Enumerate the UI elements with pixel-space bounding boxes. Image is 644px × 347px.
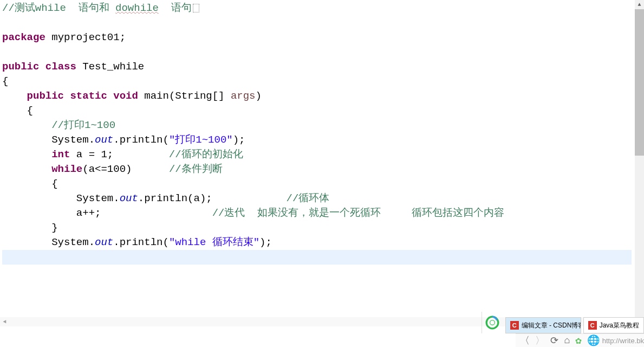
empty-line bbox=[2, 16, 632, 30]
scrollbar-thumb[interactable] bbox=[635, 9, 644, 156]
system-out: System. bbox=[2, 236, 95, 248]
keyword-void: void bbox=[107, 90, 138, 102]
scroll-up-arrow-icon[interactable]: ▲ bbox=[635, 0, 644, 9]
back-button-icon[interactable]: 〈 bbox=[520, 334, 530, 347]
while-cond: (a<=100) bbox=[82, 163, 169, 175]
brace: { bbox=[2, 75, 8, 87]
globe-icon: 🌐 bbox=[587, 334, 600, 347]
scroll-left-arrow-icon[interactable]: ◄ bbox=[0, 317, 9, 326]
csdn-favicon-icon: C bbox=[510, 321, 519, 330]
keyword-public: public bbox=[2, 90, 64, 102]
system-out: System. bbox=[2, 192, 120, 204]
param-args: args bbox=[231, 90, 256, 102]
brace: { bbox=[2, 105, 33, 117]
keyword-class: class bbox=[39, 61, 76, 73]
secure-leaf-icon: ✿ bbox=[575, 334, 581, 347]
field-out: out bbox=[120, 192, 138, 204]
keyword-public: public bbox=[2, 61, 39, 73]
comment-text: //循环体 bbox=[287, 192, 330, 204]
brace: } bbox=[2, 222, 58, 234]
browser-logo-icon bbox=[485, 316, 499, 330]
csdn-favicon-icon: C bbox=[588, 321, 597, 330]
url-text[interactable]: http://write.bk bbox=[602, 337, 644, 345]
stmt-end: ); bbox=[259, 236, 272, 248]
comment-text: //打印1~100 bbox=[2, 119, 115, 131]
vertical-scrollbar[interactable]: ▲ bbox=[635, 0, 644, 317]
println-call: .println( bbox=[113, 134, 169, 146]
string-literal: "打印1~100" bbox=[169, 134, 233, 146]
forward-button-icon[interactable]: 〉 bbox=[535, 334, 545, 347]
keyword-package: package bbox=[2, 31, 45, 43]
println-call: .println(a); bbox=[138, 192, 287, 204]
keyword-static: static bbox=[64, 90, 107, 102]
svg-point-1 bbox=[490, 320, 495, 325]
system-out: System. bbox=[2, 134, 95, 146]
tab-label: 编辑文章 - CSDN博客 bbox=[522, 321, 581, 330]
field-out: out bbox=[95, 236, 113, 248]
brace: { bbox=[2, 178, 58, 190]
browser-tab-csdn[interactable]: C 编辑文章 - CSDN博客 × bbox=[505, 317, 581, 333]
browser-tab-java[interactable]: C Java菜鸟教程 bbox=[583, 317, 644, 333]
string-literal: "while 循环结束" bbox=[169, 236, 259, 248]
comment-text: //迭代 如果没有，就是一个死循环 循环包括这四个内容 bbox=[212, 207, 505, 219]
increment-stmt: a++; bbox=[2, 207, 212, 219]
code-editor[interactable]: //测试while 语句和 dowhile 语句 package myproje… bbox=[0, 0, 634, 336]
browser-address-bar: 〈 〉 ⟳ ⌂ ✿ 🌐 http://write.bk bbox=[516, 333, 644, 347]
close-paren: ) bbox=[256, 90, 262, 102]
comment-text: //测试while 语句和 dowhile 语句 bbox=[2, 2, 199, 14]
home-button-icon[interactable]: ⌂ bbox=[564, 335, 570, 346]
empty-line bbox=[2, 45, 632, 60]
comment-text: //条件判断 bbox=[169, 163, 223, 175]
stmt-end: ); bbox=[233, 134, 245, 146]
current-line-highlight bbox=[2, 250, 632, 265]
package-name: myproject01; bbox=[45, 31, 126, 43]
refresh-button-icon[interactable]: ⟳ bbox=[550, 335, 558, 346]
browser-tabs-row: C 编辑文章 - CSDN博客 × C Java菜鸟教程 bbox=[482, 318, 644, 333]
field-out: out bbox=[95, 134, 113, 146]
println-call: .println( bbox=[113, 236, 169, 248]
class-name: Test_while bbox=[76, 61, 144, 73]
method-main: main(String[] bbox=[138, 90, 231, 102]
tab-label: Java菜鸟教程 bbox=[600, 321, 639, 330]
var-decl: a = 1; bbox=[70, 149, 168, 160]
keyword-while: while bbox=[2, 163, 82, 175]
comment-text: //循环的初始化 bbox=[169, 149, 243, 160]
browser-360-icon[interactable] bbox=[482, 312, 503, 333]
keyword-int: int bbox=[2, 149, 70, 160]
